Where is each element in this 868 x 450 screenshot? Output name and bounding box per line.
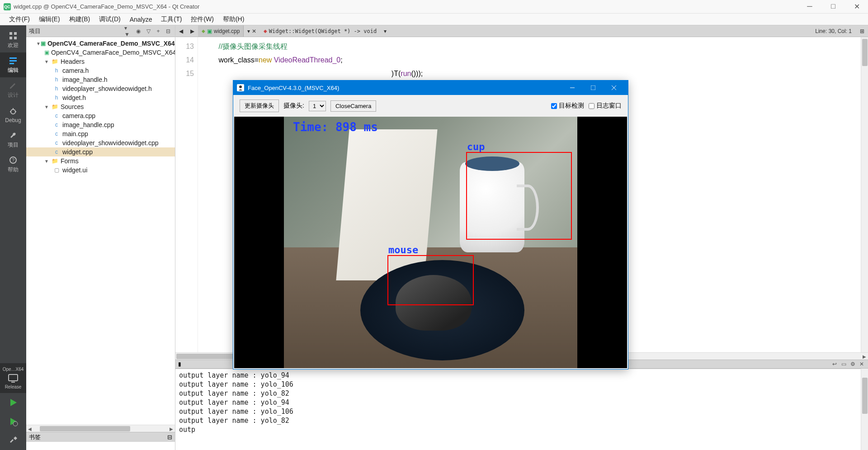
monitor-icon xyxy=(0,374,26,384)
editor-vscrollbar[interactable] xyxy=(861,37,868,352)
inference-timer: Time: 898 ms xyxy=(293,120,378,134)
menu-help[interactable]: 帮助(H) xyxy=(218,15,249,24)
minimize-button[interactable]: ─ xyxy=(802,2,817,11)
menu-debug[interactable]: 调试(D) xyxy=(94,15,125,24)
tree-file[interactable]: hcamera.h xyxy=(26,66,175,75)
run-debug-button[interactable] xyxy=(0,412,26,431)
app-maximize-button[interactable] xyxy=(583,81,604,95)
mode-welcome[interactable]: 欢迎 xyxy=(0,28,26,52)
mode-help[interactable]: ? 帮助 xyxy=(0,152,26,177)
menu-bar: 文件(F) 编辑(E) 构建(B) 调试(D) Analyze 工具(T) 控件… xyxy=(0,14,868,25)
build-button[interactable] xyxy=(0,431,26,450)
settings-icon[interactable]: ⚙ xyxy=(849,360,856,368)
tree-file[interactable]: cimage_handle.cpp xyxy=(26,120,175,129)
run-button[interactable] xyxy=(0,393,26,412)
menu-tools[interactable]: 工具(T) xyxy=(156,15,186,24)
tree-file[interactable]: cmain.cpp xyxy=(26,129,175,138)
tree-file[interactable]: ccamera.cpp xyxy=(26,111,175,120)
app-window-title: Face_OpenCV-4.3.0_(MSVC_X64) xyxy=(248,85,562,91)
svg-point-16 xyxy=(239,85,242,88)
app-close-button[interactable] xyxy=(604,81,624,95)
tree-sources[interactable]: ▼📁Sources xyxy=(26,102,175,111)
svg-rect-5 xyxy=(9,60,17,62)
scroll-right-icon[interactable]: ▶ xyxy=(168,425,175,432)
app-toolbar: 更新摄像头 摄像头: 1 CloseCamera 目标检测 日志窗口 xyxy=(233,95,628,117)
project-tree[interactable]: ▼▣OpenCV4_CameraFace_Demo_MSVC_X64 ▣Open… xyxy=(26,37,175,425)
func-dropdown[interactable]: ▾ xyxy=(380,25,390,37)
output-tab-indicator[interactable]: ▮ xyxy=(178,361,181,367)
pencil-icon xyxy=(8,81,19,90)
close-output-icon[interactable]: ✕ xyxy=(858,360,865,368)
detection-box-cup: cup xyxy=(466,152,572,240)
file-tab[interactable]: ◆ ▣ widget.cpp xyxy=(198,25,243,37)
expand-icon[interactable]: ▭ xyxy=(840,360,847,368)
filter-dropdown-icon[interactable]: ▾ ▼ xyxy=(124,27,132,35)
function-crumb[interactable]: ◆ Widget::Widget(QWidget *) -> void xyxy=(260,25,380,37)
scroll-right-icon[interactable]: ▶ xyxy=(861,353,868,360)
mode-bar: 欢迎 编辑 设计 Debug 项目 ? xyxy=(0,25,26,450)
tree-file[interactable]: hvideoplayer_showvideowidget.h xyxy=(26,84,175,93)
close-camera-button[interactable]: CloseCamera xyxy=(330,100,376,112)
tree-file-selected[interactable]: cwidget.cpp xyxy=(26,147,175,156)
split-editor-button[interactable]: ⊞ xyxy=(856,25,868,37)
bookmarks-header[interactable]: 书签 ⊟ xyxy=(26,432,175,442)
scroll-left-icon[interactable]: ◀ xyxy=(26,425,33,432)
window-titlebar: QC widget.cpp @ OpenCV4_CameraFace_Demo_… xyxy=(0,0,868,14)
tree-headers[interactable]: ▼📁Headers xyxy=(26,57,175,66)
update-camera-button[interactable]: 更新摄像头 xyxy=(240,99,279,112)
running-app-window[interactable]: Face_OpenCV-4.3.0_(MSVC_X64) 更新摄像头 摄像头: … xyxy=(233,80,628,369)
svg-rect-18 xyxy=(591,85,595,90)
close-button[interactable]: ✕ xyxy=(849,2,864,11)
tree-file[interactable]: cvideoplayer_showvideowidget.cpp xyxy=(26,138,175,147)
scrollbar-thumb[interactable] xyxy=(40,426,130,431)
camera-select[interactable]: 1 xyxy=(309,101,326,111)
file-status-icon: ◆ xyxy=(202,28,205,33)
app-window-icon xyxy=(237,84,244,91)
tree-forms[interactable]: ▼📁Forms xyxy=(26,156,175,166)
nav-back-button[interactable]: ◀ xyxy=(175,25,187,37)
file-tab-dropdown[interactable]: ▾ ✕ xyxy=(243,25,259,37)
filter-icon[interactable]: ▽ xyxy=(144,27,152,35)
add-icon[interactable]: + xyxy=(154,27,162,35)
bug-icon xyxy=(8,106,19,116)
output-pane[interactable]: output layer name : yolo_94 output layer… xyxy=(175,369,861,450)
maximize-button[interactable]: □ xyxy=(826,2,841,11)
wrap-icon[interactable]: ↩ xyxy=(831,360,838,368)
func-status-icon: ◆ xyxy=(264,28,267,33)
split-icon[interactable]: ⊟ xyxy=(164,27,172,35)
nav-fwd-button[interactable]: ▶ xyxy=(187,25,198,37)
log-checkbox[interactable]: 日志窗口 xyxy=(589,102,622,110)
svg-point-7 xyxy=(11,109,15,114)
svg-rect-2 xyxy=(9,37,12,39)
editor-toolbar: ◀ ▶ ◆ ▣ widget.cpp ▾ ✕ ◆ Widget::Widget(… xyxy=(175,25,868,37)
app-titlebar[interactable]: Face_OpenCV-4.3.0_(MSVC_X64) xyxy=(233,81,628,95)
mode-debug[interactable]: Debug xyxy=(0,102,26,127)
tree-file[interactable]: himage_handle.h xyxy=(26,75,175,84)
menu-edit[interactable]: 编辑(E) xyxy=(34,15,65,24)
tree-file[interactable]: ▢widget.ui xyxy=(26,166,175,175)
mode-design[interactable]: 设计 xyxy=(0,77,26,102)
project-panel-title: 项目 xyxy=(29,27,124,35)
tree-hscrollbar[interactable]: ◀ ▶ xyxy=(26,425,175,432)
tree-root[interactable]: ▼▣OpenCV4_CameraFace_Demo_MSVC_X64 xyxy=(26,39,175,48)
sync-icon[interactable]: ◉ xyxy=(134,27,142,35)
app-minimize-button[interactable] xyxy=(562,81,583,95)
split-icon[interactable]: ⊟ xyxy=(167,434,172,441)
help-icon: ? xyxy=(8,155,19,165)
mode-edit[interactable]: 编辑 xyxy=(0,52,26,77)
kit-selector[interactable]: Ope…X64 Release xyxy=(0,363,26,393)
svg-point-15 xyxy=(13,422,18,426)
window-buttons: ─ □ ✕ xyxy=(802,2,864,11)
menu-file[interactable]: 文件(F) xyxy=(5,15,34,24)
menu-build[interactable]: 构建(B) xyxy=(65,15,95,24)
tree-pro-file[interactable]: ▣OpenCV4_CameraFace_Demo_MSVC_X64.p xyxy=(26,48,175,57)
output-vscrollbar[interactable] xyxy=(861,369,868,450)
tree-file[interactable]: hwidget.h xyxy=(26,93,175,102)
menu-analyze[interactable]: Analyze xyxy=(125,16,157,23)
menu-widgets[interactable]: 控件(W) xyxy=(186,15,218,24)
app-icon: QC xyxy=(4,3,11,10)
mode-projects[interactable]: 项目 xyxy=(0,127,26,152)
detect-checkbox[interactable]: 目标检测 xyxy=(551,102,584,110)
project-panel-header: 项目 ▾ ▼ ◉ ▽ + ⊟ xyxy=(26,25,175,37)
camera-label: 摄像头: xyxy=(283,102,304,110)
